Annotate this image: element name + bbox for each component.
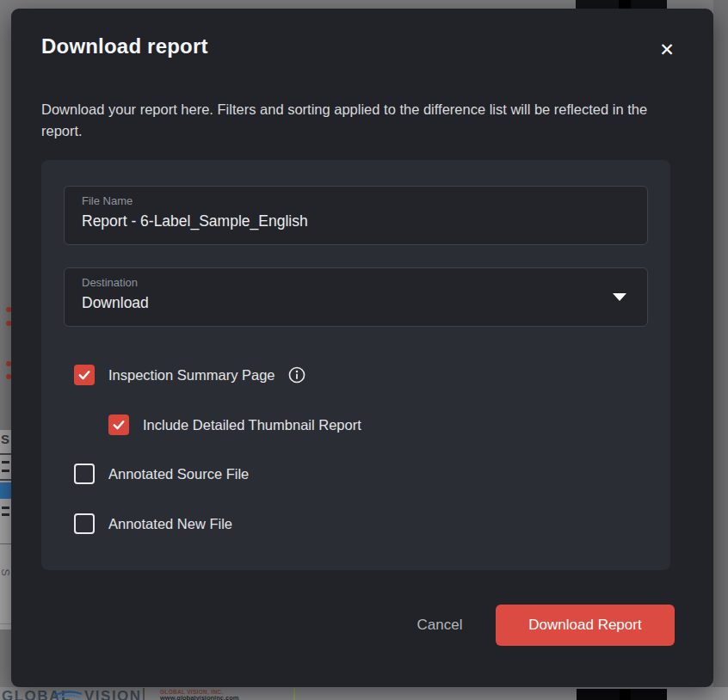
info-icon[interactable] xyxy=(287,365,306,384)
checkbox-label: Include Detailed Thumbnail Report xyxy=(143,417,361,433)
checkbox-annotated-source-file[interactable]: Annotated Source File xyxy=(74,463,249,485)
checkbox-unchecked-icon[interactable] xyxy=(74,464,95,484)
backdrop-dark-block xyxy=(631,0,667,9)
checkbox-checked-icon[interactable] xyxy=(74,365,95,385)
backdrop-dark-block xyxy=(631,689,667,700)
checkbox-checked-icon[interactable] xyxy=(108,414,129,435)
backdrop-blue-bar xyxy=(0,482,11,499)
backdrop-glyph xyxy=(2,513,9,516)
backdrop-glyph xyxy=(2,507,9,509)
close-icon[interactable]: ✕ xyxy=(652,35,682,64)
globalvision-logo-text: VISION xyxy=(84,688,142,700)
backdrop-line xyxy=(0,479,11,481)
file-name-input[interactable] xyxy=(82,212,598,230)
checkbox-include-detailed-thumbnail-report[interactable]: Include Detailed Thumbnail Report xyxy=(108,414,361,436)
globalvision-logo-swoosh-icon xyxy=(53,691,83,699)
backdrop-divider xyxy=(143,688,145,700)
download-report-button[interactable]: Download Report xyxy=(496,605,675,646)
backdrop-dark-block xyxy=(620,689,631,700)
file-name-field[interactable]: File Name xyxy=(64,186,648,245)
checkbox-annotated-new-file[interactable]: Annotated New File xyxy=(74,513,232,535)
dialog-description: Download your report here. Filters and s… xyxy=(41,99,676,142)
backdrop-glyph: S xyxy=(0,568,12,576)
backdrop-document-edge xyxy=(0,430,11,629)
backdrop-line xyxy=(0,623,11,624)
backdrop-glyph xyxy=(2,470,9,472)
backdrop-dark-block xyxy=(576,0,619,9)
screen: S S GLOBAL VISION GLOBAL VISION, INC. ww… xyxy=(0,0,728,700)
checkbox-label: Annotated Source File xyxy=(108,466,249,482)
options-panel: File Name Destination Download Inspectio… xyxy=(41,160,670,570)
backdrop-company-url: www.globalvisioninc.com xyxy=(160,694,238,700)
destination-select[interactable]: Destination Download xyxy=(64,267,648,327)
file-name-label: File Name xyxy=(82,194,630,207)
backdrop-right-strip xyxy=(713,0,728,700)
cancel-button[interactable]: Cancel xyxy=(398,606,482,644)
backdrop-line xyxy=(0,543,11,544)
backdrop-glyph xyxy=(2,461,9,464)
destination-value: Download xyxy=(82,294,598,312)
backdrop-text-fragment: S xyxy=(1,432,9,446)
backdrop-dark-block xyxy=(619,0,631,9)
chevron-down-icon xyxy=(613,293,626,301)
checkbox-label: Annotated New File xyxy=(108,516,232,532)
backdrop-divider xyxy=(293,688,295,700)
checkbox-inspection-summary-page[interactable]: Inspection Summary Page xyxy=(74,364,306,386)
destination-label: Destination xyxy=(82,276,630,289)
checkbox-unchecked-icon[interactable] xyxy=(74,513,95,534)
download-report-dialog: Download report ✕ Download your report h… xyxy=(11,9,713,687)
checkbox-label: Inspection Summary Page xyxy=(108,367,275,384)
backdrop-dark-block xyxy=(577,689,620,700)
dialog-title: Download report xyxy=(41,34,208,58)
backdrop-line xyxy=(0,453,11,455)
